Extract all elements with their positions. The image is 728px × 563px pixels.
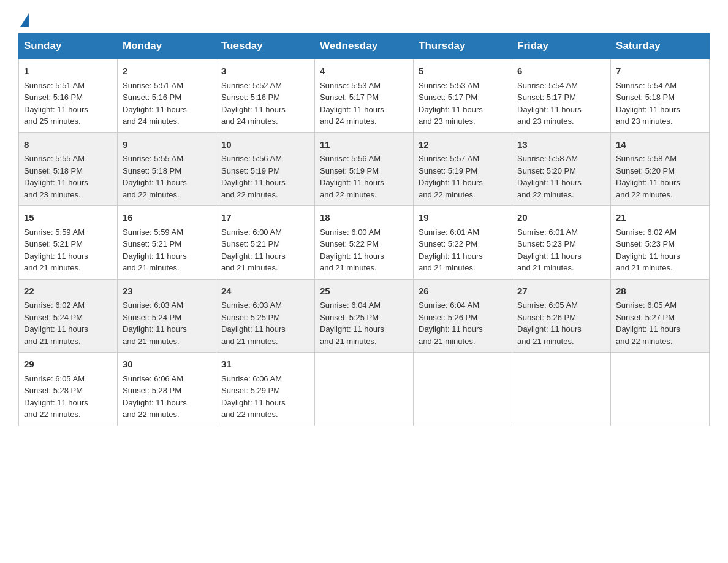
calendar-cell: [414, 353, 512, 426]
day-info: Sunrise: 6:04 AMSunset: 5:25 PMDaylight:…: [320, 299, 408, 347]
day-info: Sunrise: 5:51 AMSunset: 5:16 PMDaylight:…: [123, 80, 211, 128]
calendar-cell: 25Sunrise: 6:04 AMSunset: 5:25 PMDayligh…: [315, 279, 414, 353]
calendar-cell: 26Sunrise: 6:04 AMSunset: 5:26 PMDayligh…: [414, 279, 512, 353]
day-info: Sunrise: 5:59 AMSunset: 5:21 PMDaylight:…: [24, 226, 112, 274]
day-info: Sunrise: 6:00 AMSunset: 5:22 PMDaylight:…: [320, 226, 408, 274]
day-number: 13: [517, 138, 605, 152]
day-info: Sunrise: 6:05 AMSunset: 5:26 PMDaylight:…: [517, 299, 605, 347]
calendar-cell: 3Sunrise: 5:52 AMSunset: 5:16 PMDaylight…: [216, 59, 315, 132]
day-header-thursday: Thursday: [414, 34, 512, 59]
calendar-cell: 30Sunrise: 6:06 AMSunset: 5:28 PMDayligh…: [118, 353, 216, 426]
calendar-week-row: 29Sunrise: 6:05 AMSunset: 5:28 PMDayligh…: [19, 353, 710, 426]
day-number: 2: [123, 64, 211, 79]
calendar-cell: 15Sunrise: 5:59 AMSunset: 5:21 PMDayligh…: [19, 206, 118, 280]
day-info: Sunrise: 6:02 AMSunset: 5:24 PMDaylight:…: [24, 299, 112, 347]
day-info: Sunrise: 5:55 AMSunset: 5:18 PMDaylight:…: [24, 153, 112, 201]
calendar-cell: [611, 353, 710, 426]
day-number: 27: [517, 285, 605, 299]
day-number: 5: [419, 64, 507, 79]
calendar-cell: 1Sunrise: 5:51 AMSunset: 5:16 PMDaylight…: [19, 59, 118, 132]
day-info: Sunrise: 5:54 AMSunset: 5:18 PMDaylight:…: [616, 80, 704, 128]
day-header-friday: Friday: [512, 34, 611, 59]
calendar-cell: 12Sunrise: 5:57 AMSunset: 5:19 PMDayligh…: [414, 132, 512, 206]
day-number: 9: [123, 138, 211, 152]
day-number: 1: [24, 64, 112, 79]
calendar-cell: 20Sunrise: 6:01 AMSunset: 5:23 PMDayligh…: [512, 206, 611, 280]
day-header-tuesday: Tuesday: [216, 34, 315, 59]
day-info: Sunrise: 5:58 AMSunset: 5:20 PMDaylight:…: [517, 153, 605, 201]
calendar-week-row: 15Sunrise: 5:59 AMSunset: 5:21 PMDayligh…: [19, 206, 710, 280]
calendar-cell: 18Sunrise: 6:00 AMSunset: 5:22 PMDayligh…: [315, 206, 414, 280]
calendar-cell: 16Sunrise: 5:59 AMSunset: 5:21 PMDayligh…: [118, 206, 216, 280]
day-info: Sunrise: 6:05 AMSunset: 5:27 PMDaylight:…: [616, 299, 704, 347]
calendar-week-row: 8Sunrise: 5:55 AMSunset: 5:18 PMDaylight…: [19, 132, 710, 206]
day-number: 26: [419, 285, 507, 299]
calendar-cell: 24Sunrise: 6:03 AMSunset: 5:25 PMDayligh…: [216, 279, 315, 353]
day-info: Sunrise: 5:57 AMSunset: 5:19 PMDaylight:…: [419, 153, 507, 201]
day-header-wednesday: Wednesday: [315, 34, 414, 59]
day-info: Sunrise: 5:53 AMSunset: 5:17 PMDaylight:…: [419, 80, 507, 128]
day-number: 28: [616, 285, 704, 299]
day-number: 23: [123, 285, 211, 299]
day-info: Sunrise: 5:51 AMSunset: 5:16 PMDaylight:…: [24, 80, 112, 128]
day-number: 20: [517, 211, 605, 225]
calendar-cell: 17Sunrise: 6:00 AMSunset: 5:21 PMDayligh…: [216, 206, 315, 280]
day-info: Sunrise: 6:04 AMSunset: 5:26 PMDaylight:…: [419, 299, 507, 347]
day-number: 30: [123, 358, 211, 372]
day-number: 7: [616, 64, 704, 79]
day-number: 17: [221, 211, 309, 225]
day-number: 19: [419, 211, 507, 225]
day-number: 14: [616, 138, 704, 152]
day-number: 16: [123, 211, 211, 225]
day-number: 12: [419, 138, 507, 152]
calendar-cell: 31Sunrise: 6:06 AMSunset: 5:29 PMDayligh…: [216, 353, 315, 426]
day-info: Sunrise: 5:56 AMSunset: 5:19 PMDaylight:…: [221, 153, 309, 201]
day-number: 21: [616, 211, 704, 225]
day-number: 15: [24, 211, 112, 225]
calendar-cell: 2Sunrise: 5:51 AMSunset: 5:16 PMDaylight…: [118, 59, 216, 132]
day-info: Sunrise: 6:01 AMSunset: 5:23 PMDaylight:…: [517, 226, 605, 274]
day-number: 11: [320, 138, 408, 152]
day-info: Sunrise: 6:01 AMSunset: 5:22 PMDaylight:…: [419, 226, 507, 274]
day-info: Sunrise: 5:58 AMSunset: 5:20 PMDaylight:…: [616, 153, 704, 201]
day-info: Sunrise: 5:55 AMSunset: 5:18 PMDaylight:…: [123, 153, 211, 201]
day-number: 4: [320, 64, 408, 79]
day-number: 29: [24, 358, 112, 372]
calendar-cell: 27Sunrise: 6:05 AMSunset: 5:26 PMDayligh…: [512, 279, 611, 353]
calendar-cell: 14Sunrise: 5:58 AMSunset: 5:20 PMDayligh…: [611, 132, 710, 206]
day-number: 24: [221, 285, 309, 299]
calendar-cell: 22Sunrise: 6:02 AMSunset: 5:24 PMDayligh…: [19, 279, 118, 353]
calendar-cell: 11Sunrise: 5:56 AMSunset: 5:19 PMDayligh…: [315, 132, 414, 206]
calendar-cell: 5Sunrise: 5:53 AMSunset: 5:17 PMDaylight…: [414, 59, 512, 132]
days-header-row: SundayMondayTuesdayWednesdayThursdayFrid…: [19, 34, 710, 59]
day-number: 6: [517, 64, 605, 79]
day-info: Sunrise: 6:00 AMSunset: 5:21 PMDaylight:…: [221, 226, 309, 274]
day-info: Sunrise: 6:03 AMSunset: 5:24 PMDaylight:…: [123, 299, 211, 347]
calendar-cell: 23Sunrise: 6:03 AMSunset: 5:24 PMDayligh…: [118, 279, 216, 353]
calendar-cell: 4Sunrise: 5:53 AMSunset: 5:17 PMDaylight…: [315, 59, 414, 132]
calendar-cell: 13Sunrise: 5:58 AMSunset: 5:20 PMDayligh…: [512, 132, 611, 206]
day-header-saturday: Saturday: [611, 34, 710, 59]
calendar-cell: 8Sunrise: 5:55 AMSunset: 5:18 PMDaylight…: [19, 132, 118, 206]
day-info: Sunrise: 6:05 AMSunset: 5:28 PMDaylight:…: [24, 373, 112, 421]
page-header: [18, 12, 710, 27]
day-number: 3: [221, 64, 309, 79]
calendar-cell: 19Sunrise: 6:01 AMSunset: 5:22 PMDayligh…: [414, 206, 512, 280]
day-info: Sunrise: 5:52 AMSunset: 5:16 PMDaylight:…: [221, 80, 309, 128]
day-info: Sunrise: 6:03 AMSunset: 5:25 PMDaylight:…: [221, 299, 309, 347]
calendar-cell: 28Sunrise: 6:05 AMSunset: 5:27 PMDayligh…: [611, 279, 710, 353]
day-info: Sunrise: 6:06 AMSunset: 5:29 PMDaylight:…: [221, 373, 309, 421]
day-number: 10: [221, 138, 309, 152]
day-number: 8: [24, 138, 112, 152]
day-number: 22: [24, 285, 112, 299]
day-info: Sunrise: 5:59 AMSunset: 5:21 PMDaylight:…: [123, 226, 211, 274]
day-info: Sunrise: 6:06 AMSunset: 5:28 PMDaylight:…: [123, 373, 211, 421]
calendar-cell: [512, 353, 611, 426]
day-info: Sunrise: 6:02 AMSunset: 5:23 PMDaylight:…: [616, 226, 704, 274]
day-info: Sunrise: 5:53 AMSunset: 5:17 PMDaylight:…: [320, 80, 408, 128]
calendar-cell: 21Sunrise: 6:02 AMSunset: 5:23 PMDayligh…: [611, 206, 710, 280]
calendar-cell: [315, 353, 414, 426]
logo-triangle-icon: [20, 13, 29, 27]
day-number: 31: [221, 358, 309, 372]
day-info: Sunrise: 5:56 AMSunset: 5:19 PMDaylight:…: [320, 153, 408, 201]
